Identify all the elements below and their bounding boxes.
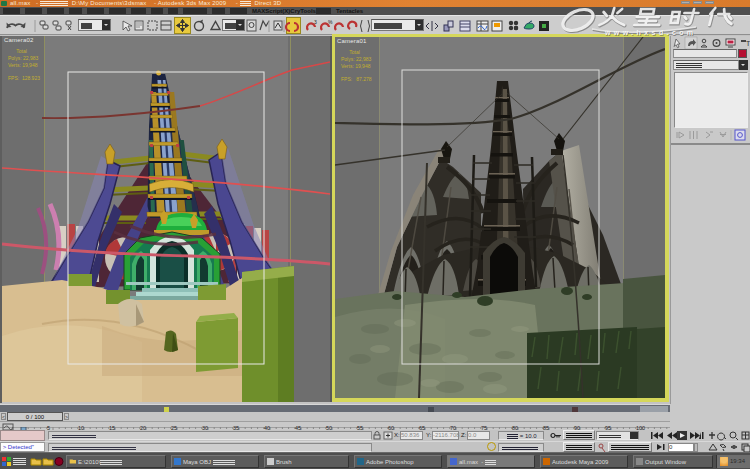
svg-text:www.hxsd.com: www.hxsd.com bbox=[604, 29, 697, 36]
svg-text:T: T bbox=[746, 40, 750, 47]
svg-text:3: 3 bbox=[314, 19, 317, 25]
svg-text:%: % bbox=[328, 19, 333, 25]
